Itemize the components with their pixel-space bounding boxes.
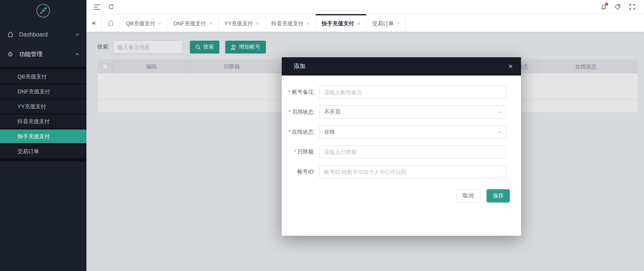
form-row-account-id: 帐号ID:	[282, 165, 521, 178]
close-icon[interactable]: ×	[209, 20, 212, 27]
tab-label: QB充值支付	[126, 20, 155, 27]
sidebar-item-dashboard[interactable]: Dashboard	[0, 27, 86, 42]
tab-yy-recharge[interactable]: YY充值支付 ×	[219, 14, 265, 32]
form-row-account-note: *帐号备注:	[282, 85, 521, 99]
sidebar-item-yy-recharge[interactable]: YY充值支付	[0, 100, 86, 113]
enable-status-select[interactable]: 不开启	[319, 105, 506, 119]
account-id-input[interactable]	[319, 165, 506, 178]
close-icon[interactable]: ×	[357, 20, 360, 27]
tag-icon[interactable]	[611, 0, 625, 14]
home-icon	[107, 20, 114, 27]
sidebar-item-douyin-recharge[interactable]: 抖音充值支付	[0, 115, 86, 128]
dialog-body: *帐号备注: *启用状态: 不开启 *在线状态:	[282, 76, 521, 203]
notifications-bell-icon[interactable]	[597, 0, 611, 14]
close-icon[interactable]: ×	[307, 20, 310, 27]
sidebar-item-kuaishou-recharge[interactable]: 快手充值支付	[0, 129, 86, 143]
rocket-logo-icon	[36, 3, 51, 18]
add-account-dialog: 添加 × *帐号备注: *启用状态: 不开启	[282, 57, 521, 236]
sidebar-item-label: Dashboard	[19, 31, 75, 38]
gear-icon: ⚙	[7, 51, 14, 58]
cancel-button[interactable]: 取消	[456, 189, 480, 203]
form-row-daily-limit: *日限额:	[282, 145, 521, 159]
close-icon[interactable]: ×	[256, 20, 259, 27]
close-icon[interactable]: ×	[397, 20, 400, 27]
top-navbar	[86, 0, 644, 14]
field-label: *帐号备注:	[282, 88, 319, 96]
chevron-down-icon	[75, 32, 80, 37]
chevron-up-icon	[75, 52, 80, 57]
field-label: *在线状态:	[282, 128, 319, 136]
account-note-input[interactable]	[319, 85, 506, 99]
tab-label: 快手充值支付	[322, 20, 354, 27]
fullscreen-icon[interactable]	[625, 0, 639, 14]
tab-label: 交易订单	[372, 20, 394, 27]
tab-kuaishou-recharge[interactable]: 快手充值支付 ×	[316, 14, 366, 32]
required-marker: *	[288, 109, 290, 115]
dialog-header: 添加 ×	[282, 57, 521, 76]
tab-douyin-recharge[interactable]: 抖音充值支付 ×	[265, 14, 316, 32]
required-marker: *	[288, 129, 290, 135]
dialog-title: 添加	[294, 63, 508, 70]
home-tab[interactable]	[102, 14, 120, 32]
sidebar-item-function-management[interactable]: ⚙ 功能管理	[0, 47, 86, 61]
tab-label: 抖音充值支付	[271, 20, 304, 27]
tabs-scroll-left-button[interactable]: «	[86, 14, 102, 32]
tab-trade-orders[interactable]: 交易订单 ×	[366, 14, 406, 32]
field-label: *启用状态:	[282, 108, 319, 116]
close-icon[interactable]: ×	[158, 20, 162, 27]
tab-bar: « QB充值支付 × DNF充值支付 × YY充值支付 × 抖音充值支付 × 快…	[86, 14, 644, 32]
form-row-enable-status: *启用状态: 不开启	[282, 105, 521, 119]
sidebar-item-dnf-recharge[interactable]: DNF充值支付	[0, 85, 86, 98]
field-label: *日限额:	[282, 148, 319, 156]
collapse-menu-icon[interactable]	[90, 0, 104, 14]
app-logo[interactable]	[0, 0, 86, 22]
form-row-online-status: *在线状态: 在线	[282, 125, 521, 139]
sidebar-item-qb-recharge[interactable]: QB充值支付	[0, 70, 86, 83]
tab-label: DNF充值支付	[173, 20, 206, 27]
enable-status-value: 不开启	[324, 108, 340, 116]
home-icon	[7, 31, 14, 38]
save-button[interactable]: 保存	[487, 189, 510, 203]
sidebar: Dashboard ⚙ 功能管理 QB充值支付 DNF充值支付 YY充值支付 抖…	[0, 0, 86, 271]
field-label: 帐号ID:	[282, 168, 319, 176]
notification-badge	[605, 2, 608, 6]
refresh-icon[interactable]	[104, 0, 118, 14]
required-marker: *	[288, 89, 290, 95]
online-status-value: 在线	[324, 128, 335, 136]
tab-qb-recharge[interactable]: QB充值支付 ×	[120, 14, 167, 32]
dialog-footer: 取消 保存	[282, 189, 521, 203]
close-icon[interactable]: ×	[508, 63, 513, 70]
online-status-select[interactable]: 在线	[319, 125, 506, 139]
tab-label: YY充值支付	[224, 20, 253, 27]
required-marker: *	[294, 149, 296, 155]
sidebar-item-label: 功能管理	[19, 51, 75, 58]
sidebar-submenu: QB充值支付 DNF充值支付 YY充值支付 抖音充值支付 快手充值支付 交易订单	[0, 66, 86, 161]
chevron-down-icon	[497, 110, 502, 115]
tab-dnf-recharge[interactable]: DNF充值支付 ×	[167, 14, 218, 32]
daily-limit-input[interactable]	[319, 145, 506, 159]
chevron-down-icon	[497, 130, 502, 134]
sidebar-item-trade-orders[interactable]: 交易订单	[0, 144, 86, 158]
